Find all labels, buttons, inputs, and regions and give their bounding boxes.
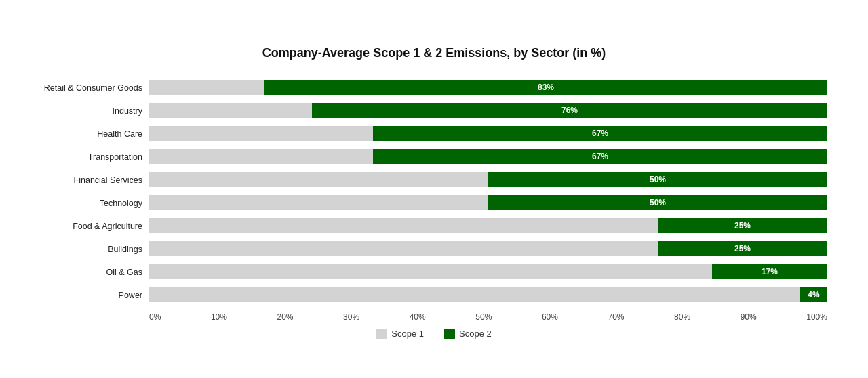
bar-row: 67% [149,146,827,167]
x-axis-label: 10% [211,312,227,322]
bar-scope1 [149,241,658,256]
bar-scope2: 67% [373,126,827,141]
bar-scope1 [149,218,658,233]
bar-scope1 [149,287,800,302]
bar-row: 83% [149,77,827,98]
chart-container: Company-Average Scope 1 & 2 Emissions, b… [27,33,841,345]
x-axis-label: 60% [542,312,558,322]
bar-scope1 [149,195,488,210]
bar-row: 25% [149,215,827,236]
bar-scope1 [149,149,373,164]
bar-scope1 [149,103,312,118]
bar-scope2: 50% [488,172,827,187]
bar-scope2-label: 76% [557,106,582,115]
bar-scope2: 4% [800,287,827,302]
bar-scope1 [149,172,488,187]
bar-scope1 [149,80,264,95]
bar-scope1 [149,126,373,141]
bar-scope2-label: 4% [804,290,823,299]
x-axis-label: 30% [343,312,359,322]
chart-body: Retail & Consumer GoodsIndustryHealth Ca… [41,77,827,307]
bar-scope2-label: 50% [646,198,670,207]
y-axis-label: Financial Services [41,169,142,191]
bar-scope2-label: 25% [730,221,755,230]
legend-scope2: Scope 2 [444,329,492,339]
x-axis-label: 100% [806,312,827,322]
bar-row: 76% [149,100,827,121]
bar-scope2: 50% [488,195,827,210]
x-axis-label: 20% [277,312,294,322]
y-axis-label: Power [41,285,142,306]
bar-row: 50% [149,192,827,213]
y-axis-label: Oil & Gas [41,261,142,283]
bar-row: 17% [149,261,827,282]
x-axis-row: 0%10%20%30%40%50%60%70%80%90%100% [41,310,827,322]
x-axis-spacer [41,310,149,322]
scope1-legend-label: Scope 1 [391,329,424,339]
bar-scope2-label: 17% [757,267,782,276]
bar-scope2: 25% [658,218,827,233]
y-axis-label: Buildings [41,238,142,260]
scope1-color-swatch [376,329,387,339]
x-axis-label: 80% [674,312,690,322]
bar-scope2-label: 83% [534,83,558,92]
y-axis: Retail & Consumer GoodsIndustryHealth Ca… [41,77,149,307]
bar-scope2-label: 50% [646,175,670,184]
x-axis-label: 70% [608,312,624,322]
y-axis-label: Health Care [41,123,142,145]
bar-row: 25% [149,238,827,259]
bar-scope2-label: 67% [588,152,612,161]
x-axis-labels: 0%10%20%30%40%50%60%70%80%90%100% [149,310,827,322]
y-axis-label: Retail & Consumer Goods [41,77,142,99]
bar-scope2: 25% [658,241,827,256]
x-axis-label: 50% [475,312,492,322]
bar-scope2-label: 25% [730,244,755,253]
scope2-color-swatch [444,329,455,339]
x-axis-label: 0% [149,312,161,322]
bars-area: 83%76%67%67%50%50%25%25%17%4% [149,77,827,307]
y-axis-label: Transportation [41,146,142,168]
bar-row: 4% [149,284,827,306]
bar-scope1 [149,264,712,279]
chart-title: Company-Average Scope 1 & 2 Emissions, b… [41,46,827,60]
bar-row: 67% [149,123,827,144]
bar-scope2: 17% [712,264,827,279]
y-axis-label: Technology [41,192,142,214]
bar-scope2-label: 67% [588,129,612,138]
x-axis-label: 90% [741,312,757,322]
y-axis-label: Food & Agriculture [41,215,142,237]
bar-scope2: 76% [312,103,827,118]
scope2-legend-label: Scope 2 [459,329,492,339]
y-axis-label: Industry [41,100,142,122]
x-axis-label: 40% [410,312,426,322]
bar-scope2: 83% [264,80,827,95]
bar-row: 50% [149,169,827,190]
legend-scope1: Scope 1 [376,329,424,339]
legend: Scope 1 Scope 2 [41,329,827,339]
bar-scope2: 67% [373,149,827,164]
